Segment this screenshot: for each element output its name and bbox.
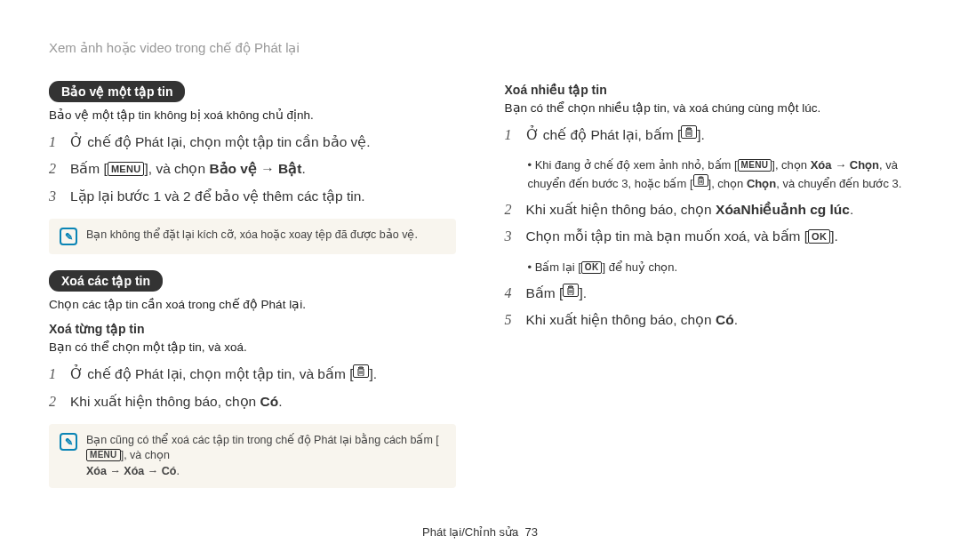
menu-button-icon: MENU (738, 159, 772, 172)
protect-step-2: 2 Bấm [MENU], và chọn Bảo vệ → Bật. (49, 159, 456, 179)
ok-button-icon: OK (581, 261, 603, 274)
protect-caption: Bảo vệ một tập tin không bị xoá không ch… (49, 108, 456, 122)
delete-multi-steps: 1 Ở chế độ Phát lại, bấm []. (505, 125, 912, 145)
protect-step-1: 1 Ở chế độ Phát lại, chọn một tập tin cầ… (49, 132, 456, 152)
protect-note: ✎ Bạn không thể đặt lại kích cỡ, xóa hoặ… (49, 219, 456, 254)
trash-icon (693, 174, 708, 187)
trash-icon (563, 284, 579, 297)
delete-multi-steps-3: 4 Bấm []. 5 Khi xuất hiện thông báo, chọ… (505, 284, 912, 331)
note-icon: ✎ (60, 228, 77, 245)
ok-button-icon: OK (808, 229, 830, 244)
menu-button-icon: MENU (108, 162, 145, 176)
multi-step-4: 4 Bấm []. (505, 284, 912, 303)
delete-note-text: Bạn cũng có thể xoá các tập tin trong ch… (86, 433, 445, 480)
delete-single-title: Xoá từng tập tin (49, 322, 456, 336)
multi-step-5: 5 Khi xuất hiện thông báo, chọn Có. (505, 310, 912, 330)
page-footer: Phát lại/Chỉnh sửa 73 (0, 525, 960, 539)
delete-multi-caption: Bạn có thể chọn nhiều tập tin, và xoá ch… (505, 100, 912, 115)
left-column: Bảo vệ một tập tin Bảo vệ một tập tin kh… (49, 81, 456, 504)
delete-caption: Chọn các tập tin cần xoá trong chế độ Ph… (49, 297, 456, 311)
multi-step-1: 1 Ở chế độ Phát lại, bấm []. (505, 125, 912, 145)
multi-step-2: 2 Khi xuất hiện thông báo, chọn XóaNhiều… (505, 200, 912, 220)
footer-section: Phát lại/Chỉnh sửa (422, 525, 518, 539)
section-delete-title: Xoá các tập tin (49, 270, 163, 292)
delete-single-step-1: 1 Ở chế độ Phát lại, chọn một tập tin, v… (49, 364, 456, 384)
section-protect-title: Bảo vệ một tập tin (49, 81, 185, 102)
trash-icon (681, 125, 697, 139)
protect-step-3: 3 Lặp lại bước 1 và 2 để bảo vệ thêm các… (49, 187, 456, 206)
multi-step-3: 3 Chọn mỗi tập tin mà bạn muốn xoá, và b… (505, 227, 912, 246)
delete-single-step-2: 2 Khi xuất hiện thông báo, chọn Có. (49, 392, 456, 412)
delete-single-steps: 1 Ở chế độ Phát lại, chọn một tập tin, v… (49, 364, 456, 412)
protect-steps: 1 Ở chế độ Phát lại, chọn một tập tin cầ… (49, 132, 456, 206)
delete-single-caption: Bạn có thể chọn một tập tin, và xoá. (49, 340, 456, 354)
multi-substep-3: Bấm lại [OK] để huỷ chọn. (528, 260, 912, 276)
delete-note: ✎ Bạn cũng có thể xoá các tập tin trong … (49, 424, 456, 489)
two-column-layout: Bảo vệ một tập tin Bảo vệ một tập tin kh… (49, 81, 911, 504)
menu-button-icon: MENU (86, 449, 121, 461)
trash-icon (353, 364, 369, 378)
delete-multi-title: Xoá nhiều tập tin (505, 83, 912, 97)
breadcrumb: Xem ảnh hoặc video trong chế độ Phát lại (49, 40, 911, 56)
protect-note-text: Bạn không thể đặt lại kích cỡ, xóa hoặc … (86, 228, 418, 244)
page-number: 73 (524, 525, 537, 539)
note-icon: ✎ (60, 433, 77, 451)
delete-multi-steps-2: 2 Khi xuất hiện thông báo, chọn XóaNhiều… (505, 200, 912, 247)
right-column: Xoá nhiều tập tin Bạn có thể chọn nhiều … (505, 81, 912, 504)
multi-substep-1: Khi đang ở chế độ xem ảnh nhỏ, bấm [MENU… (528, 157, 912, 193)
